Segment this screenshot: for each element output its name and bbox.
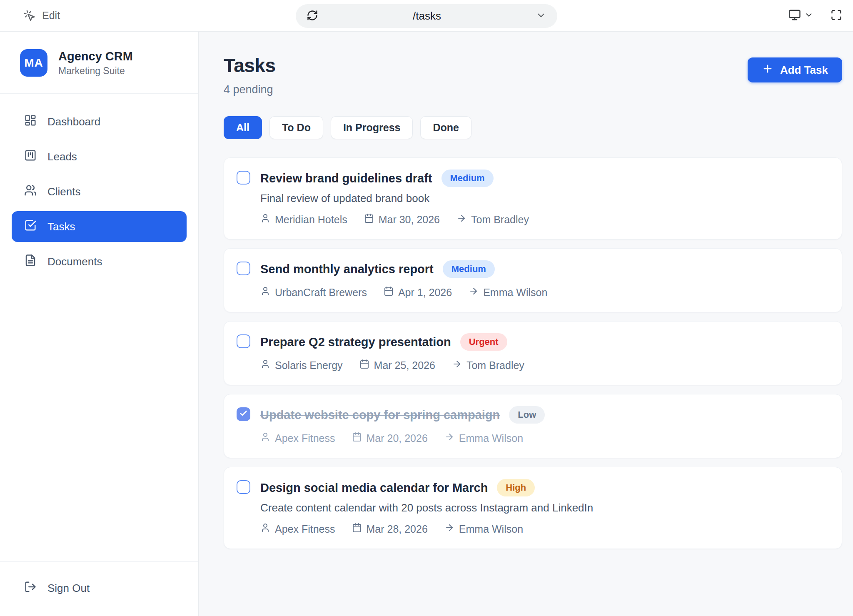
- app-name: Agency CRM: [58, 50, 133, 63]
- task-client-label: Meridian Hotels: [275, 214, 347, 226]
- task-checkbox[interactable]: [237, 171, 250, 185]
- task-client: Solaris Energy: [260, 359, 343, 372]
- sign-out-button[interactable]: Sign Out: [12, 573, 187, 604]
- task-checkbox[interactable]: [237, 480, 250, 494]
- monitor-icon: [788, 9, 801, 23]
- sidebar-item-label: Dashboard: [47, 115, 100, 128]
- user-icon: [260, 359, 270, 372]
- task-title: Review brand guidelines draft: [260, 172, 432, 185]
- log-out-icon: [24, 581, 37, 596]
- task-card: Update website copy for spring campaignL…: [224, 394, 842, 458]
- pending-count: 4 pending: [224, 83, 276, 96]
- task-due-date-label: Mar 28, 2026: [367, 523, 428, 535]
- sidebar-item-label: Leads: [47, 150, 77, 163]
- refresh-icon[interactable]: [307, 10, 318, 23]
- sidebar-item-label: Documents: [47, 255, 102, 268]
- filter-bar: AllTo DoIn ProgressDone: [224, 116, 842, 139]
- page-title: Tasks: [224, 54, 276, 77]
- app-logo: MA: [20, 49, 47, 77]
- task-assignee-label: Emma Wilson: [483, 287, 547, 299]
- plus-icon: [762, 63, 773, 77]
- task-due-date-label: Mar 30, 2026: [379, 214, 440, 226]
- documents-icon: [24, 254, 37, 269]
- task-due-date: Mar 25, 2026: [359, 359, 435, 372]
- sidebar: MA Agency CRM Marketing Suite DashboardL…: [0, 32, 199, 616]
- clients-icon: [24, 184, 37, 200]
- priority-badge: High: [497, 479, 535, 496]
- sidebar-item-tasks[interactable]: Tasks: [12, 211, 187, 242]
- task-meta: UrbanCraft BrewersApr 1, 2026Emma Wilson: [260, 286, 828, 299]
- calendar-icon: [359, 359, 369, 372]
- task-client-label: Solaris Energy: [275, 359, 343, 372]
- sidebar-nav: DashboardLeadsClientsTasksDocuments: [0, 94, 198, 289]
- task-checkbox[interactable]: [237, 262, 250, 275]
- task-due-date: Mar 30, 2026: [364, 213, 440, 226]
- fullscreen-icon: [831, 9, 842, 22]
- sidebar-item-leads[interactable]: Leads: [12, 141, 187, 172]
- task-client-label: Apex Fitness: [275, 432, 335, 444]
- fullscreen-button[interactable]: [831, 9, 842, 22]
- arrow-right-icon: [456, 213, 466, 226]
- task-client: Meridian Hotels: [260, 213, 347, 226]
- filter-all[interactable]: All: [224, 116, 262, 139]
- task-assignee-label: Emma Wilson: [459, 432, 523, 444]
- task-assignee: Emma Wilson: [469, 286, 547, 299]
- calendar-icon: [352, 432, 362, 444]
- task-assignee: Tom Bradley: [456, 213, 529, 226]
- user-icon: [260, 432, 270, 444]
- edit-label: Edit: [42, 10, 60, 22]
- sidebar-item-dashboard[interactable]: Dashboard: [12, 106, 187, 137]
- task-due-date: Mar 20, 2026: [352, 432, 428, 444]
- task-card: Prepare Q2 strategy presentationUrgentSo…: [224, 321, 842, 385]
- task-assignee: Emma Wilson: [444, 523, 523, 535]
- task-assignee-label: Tom Bradley: [466, 359, 524, 372]
- task-card: Design social media calendar for MarchHi…: [224, 467, 842, 549]
- task-title: Prepare Q2 strategy presentation: [260, 335, 451, 349]
- arrow-right-icon: [452, 359, 462, 372]
- sidebar-item-label: Tasks: [47, 220, 75, 233]
- arrow-right-icon: [469, 286, 479, 299]
- device-preview-button[interactable]: [788, 9, 813, 23]
- task-client: UrbanCraft Brewers: [260, 286, 367, 299]
- task-assignee: Tom Bradley: [452, 359, 524, 372]
- task-meta: Apex FitnessMar 28, 2026Emma Wilson: [260, 523, 828, 535]
- sidebar-item-documents[interactable]: Documents: [12, 246, 187, 277]
- topbar-divider: [822, 8, 822, 23]
- task-assignee-label: Emma Wilson: [459, 523, 523, 535]
- task-checkbox-checked[interactable]: [237, 407, 250, 421]
- add-task-button[interactable]: Add Task: [748, 57, 842, 82]
- filter-to-do[interactable]: To Do: [269, 116, 323, 139]
- calendar-icon: [384, 286, 394, 299]
- priority-badge: Urgent: [460, 333, 507, 351]
- task-description: Create content calendar with 20 posts ac…: [260, 501, 828, 514]
- check-icon: [239, 409, 248, 419]
- filter-done[interactable]: Done: [420, 116, 471, 139]
- dashboard-icon: [24, 114, 37, 130]
- task-assignee: Emma Wilson: [444, 432, 523, 444]
- task-assignee-label: Tom Bradley: [471, 214, 529, 226]
- main-content: Tasks 4 pending Add Task AllTo DoIn Prog…: [199, 32, 853, 616]
- edit-button[interactable]: Edit: [23, 10, 60, 22]
- topbar-right-controls: [788, 8, 842, 23]
- url-selector[interactable]: /tasks: [296, 4, 557, 28]
- sidebar-item-clients[interactable]: Clients: [12, 176, 187, 207]
- task-title: Send monthly analytics report: [260, 262, 434, 276]
- task-due-date: Apr 1, 2026: [384, 286, 452, 299]
- user-icon: [260, 213, 270, 226]
- app-subtitle: Marketing Suite: [58, 65, 133, 77]
- task-due-date-label: Mar 20, 2026: [367, 432, 428, 444]
- filter-in-progress[interactable]: In Progress: [331, 116, 413, 139]
- task-card: Review brand guidelines draftMediumFinal…: [224, 157, 842, 239]
- task-due-date: Mar 28, 2026: [352, 523, 428, 535]
- user-icon: [260, 523, 270, 535]
- task-client-label: UrbanCraft Brewers: [275, 287, 367, 299]
- mouse-pointer-click-icon: [23, 10, 36, 22]
- task-title: Design social media calendar for March: [260, 481, 488, 495]
- priority-badge: Medium: [441, 170, 494, 187]
- task-list: Review brand guidelines draftMediumFinal…: [224, 157, 842, 549]
- chevron-down-icon[interactable]: [536, 10, 546, 22]
- task-due-date-label: Apr 1, 2026: [398, 287, 452, 299]
- task-checkbox[interactable]: [237, 334, 250, 348]
- arrow-right-icon: [444, 432, 454, 444]
- task-title: Update website copy for spring campaign: [260, 408, 500, 422]
